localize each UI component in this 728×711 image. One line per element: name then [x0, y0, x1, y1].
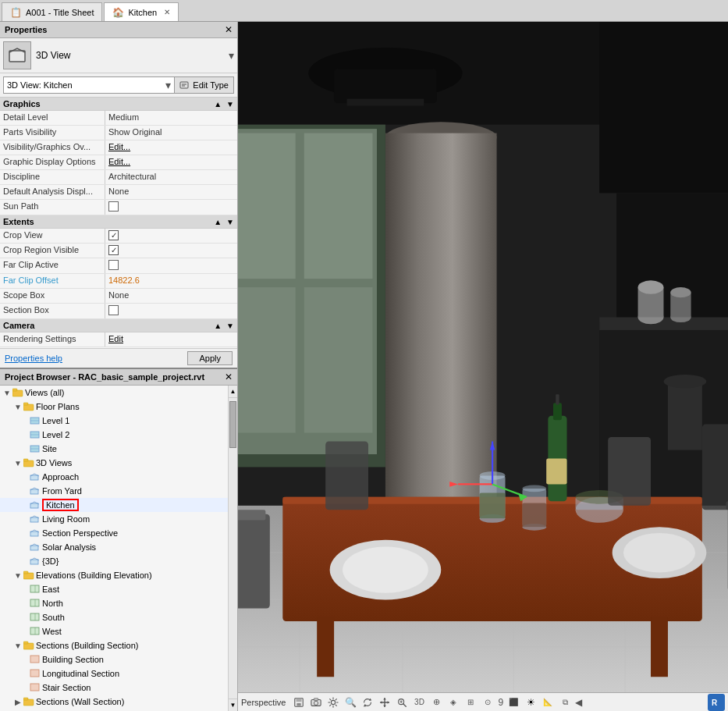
tree-solar-analysis[interactable]: Solar Analysis: [0, 540, 228, 554]
section-expand-icon[interactable]: ▼: [226, 100, 234, 108]
camera-collapse-icon[interactable]: ▲: [214, 322, 222, 330]
zoom-status-icon[interactable]: [395, 695, 409, 709]
section-box-checkbox[interactable]: [108, 305, 119, 315]
prop-row-scope-box: Scope Box None: [0, 289, 237, 304]
svg-rect-0: [9, 51, 25, 62]
svg-rect-35: [30, 656, 39, 663]
tab-kitchen[interactable]: 🏠 Kitchen ✕: [104, 2, 179, 21]
arrow-left-icon[interactable]: ◀: [575, 697, 582, 708]
section-collapse-icon[interactable]: ▲: [214, 100, 222, 108]
nav5-icon[interactable]: ⊙: [481, 695, 495, 709]
browser-close-icon[interactable]: ✕: [225, 371, 233, 382]
camera-expand-icon[interactable]: ▼: [226, 322, 234, 330]
3d-nav-icon[interactable]: 3D: [412, 695, 426, 709]
viewport-canvas[interactable]: [238, 22, 728, 692]
floor-plans-toggle[interactable]: ▼: [12, 401, 23, 412]
svg-rect-83: [553, 403, 562, 420]
approach-label: Approach: [42, 472, 79, 482]
building-sections-toggle[interactable]: ▼: [12, 640, 23, 651]
nav3-icon[interactable]: ◈: [446, 695, 460, 709]
view-name-dropdown[interactable]: 3D View: Kitchen: [3, 76, 176, 94]
properties-close-icon[interactable]: ✕: [225, 24, 233, 35]
settings-status-icon[interactable]: [326, 695, 340, 709]
tree-3d-views[interactable]: ▼ 3D Views: [0, 456, 228, 470]
tree-stair-section[interactable]: Stair Section: [0, 681, 228, 695]
wall-sections-toggle[interactable]: ▶: [12, 696, 23, 707]
nav4-icon[interactable]: ⊞: [463, 695, 478, 709]
tree-elevations[interactable]: ▼ Elevations (Building Elevation): [0, 568, 228, 582]
browser-scrollbar[interactable]: ▲ ▼: [228, 386, 237, 711]
section-perspective-label: Section Perspective: [42, 528, 118, 538]
tree-longitudinal-section[interactable]: Longitudinal Section: [0, 667, 228, 681]
view-item-icon: [30, 415, 41, 426]
3d-views-toggle[interactable]: ▼: [12, 457, 23, 468]
tree-wall-sections[interactable]: ▶ Sections (Wall Section): [0, 695, 228, 709]
tree-level2[interactable]: Level 2: [0, 428, 228, 442]
save-status-icon[interactable]: [292, 695, 306, 709]
svg-point-59: [663, 375, 706, 389]
apply-button[interactable]: Apply: [187, 351, 233, 365]
perspective-label: Perspective: [241, 698, 286, 707]
kitchen-3d-scene: [238, 22, 728, 692]
prop-row-far-clip-active[interactable]: Far Clip Active: [0, 258, 237, 274]
view-type-dropdown-icon[interactable]: ▾: [229, 49, 234, 62]
prop-row-crop-region[interactable]: Crop Region Visible: [0, 244, 237, 258]
view-item-icon: [30, 429, 41, 440]
render-icon[interactable]: ⬛: [506, 695, 520, 709]
edit-type-button[interactable]: Edit Type: [174, 76, 234, 94]
extents-section-header: Extents ▲ ▼: [0, 215, 237, 229]
prop-row-visibility-graphics[interactable]: Visibility/Graphics Ov... Edit...: [0, 140, 237, 155]
properties-help-link[interactable]: Properties help: [5, 354, 62, 363]
tree-building-sections[interactable]: ▼ Sections (Building Section): [0, 638, 228, 652]
pan-status-icon[interactable]: [378, 695, 392, 709]
tree-kitchen[interactable]: Kitchen: [0, 498, 228, 512]
tree-living-room[interactable]: Living Room: [0, 512, 228, 526]
tree-section-perspective[interactable]: Section Perspective: [0, 526, 228, 540]
tree-floor-plans[interactable]: ▼ Floor Plans: [0, 400, 228, 414]
extents-expand-icon[interactable]: ▼: [226, 218, 234, 226]
tree-west[interactable]: West: [0, 624, 228, 638]
sun-path-checkbox[interactable]: [108, 201, 119, 212]
prop-row-sun-path[interactable]: Sun Path: [0, 200, 237, 215]
section-icon[interactable]: ⧉: [558, 695, 572, 709]
tree-3d-default[interactable]: {3D}: [0, 554, 228, 568]
scroll-down-button[interactable]: ▼: [229, 699, 237, 711]
elevations-toggle[interactable]: ▼: [12, 570, 23, 581]
sun-icon[interactable]: ☀: [524, 695, 538, 709]
tree-south[interactable]: South: [0, 610, 228, 624]
search-status-icon[interactable]: 🔍: [343, 695, 357, 709]
tree-from-yard[interactable]: From Yard: [0, 484, 228, 498]
camera-status-icon[interactable]: [309, 695, 323, 709]
tree-site[interactable]: Site: [0, 442, 228, 456]
close-icon[interactable]: ✕: [164, 8, 170, 16]
root-toggle-icon[interactable]: ▼: [2, 387, 12, 398]
prop-row-crop-view[interactable]: Crop View: [0, 229, 237, 244]
extents-collapse-icon[interactable]: ▲: [214, 218, 222, 226]
3d-view-item-icon: [30, 556, 41, 567]
scroll-thumb[interactable]: [229, 401, 236, 448]
svg-rect-29: [30, 613, 39, 620]
tree-approach[interactable]: Approach: [0, 470, 228, 484]
tree-north[interactable]: North: [0, 596, 228, 610]
prop-row-rendering-settings[interactable]: Rendering Settings Edit: [0, 332, 237, 347]
3d-views-folder-icon: [23, 457, 34, 468]
tree-level1[interactable]: Level 1: [0, 414, 228, 428]
prop-row-section-box[interactable]: Section Box: [0, 304, 237, 319]
svg-rect-51: [238, 133, 296, 279]
nav2-icon[interactable]: ⊕: [429, 695, 443, 709]
svg-rect-27: [30, 599, 39, 606]
tree-root-views[interactable]: ▼ Views (all): [0, 386, 228, 400]
svg-marker-121: [380, 701, 382, 704]
rotate-status-icon[interactable]: [360, 695, 375, 709]
far-clip-checkbox[interactable]: [108, 260, 119, 270]
prop-row-graphic-display[interactable]: Graphic Display Options Edit...: [0, 155, 237, 170]
tab-kitchen-label: Kitchen: [128, 8, 157, 17]
crop-view-checkbox[interactable]: [108, 230, 119, 240]
tree-east[interactable]: East: [0, 582, 228, 596]
measure-icon[interactable]: 📐: [541, 695, 555, 709]
tree-building-section[interactable]: Building Section: [0, 652, 228, 667]
scroll-up-button[interactable]: ▲: [229, 386, 237, 398]
tab-title-sheet[interactable]: 📋 A001 - Title Sheet: [2, 2, 102, 21]
svg-rect-111: [297, 698, 302, 701]
crop-region-checkbox[interactable]: [108, 245, 119, 255]
